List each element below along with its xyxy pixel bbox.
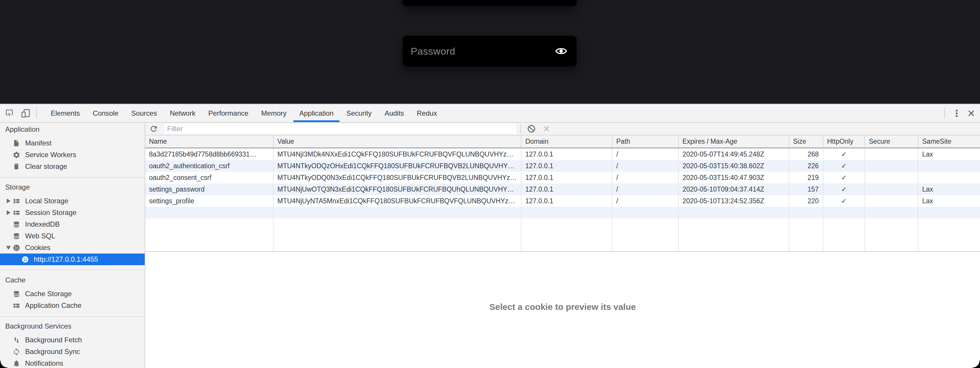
filler-cell: [612, 218, 679, 251]
tab-memory[interactable]: Memory: [255, 104, 293, 122]
sidebar-item-notifications[interactable]: Notifications: [0, 357, 145, 368]
sidebar-item-label: Web SQL: [25, 232, 56, 240]
database-icon: [12, 290, 21, 298]
chevron-down-icon[interactable]: [5, 246, 12, 250]
cell-name: settings_profile: [145, 195, 274, 207]
cell-size: 220: [789, 195, 823, 207]
cookie-row-oauth2-authentication-csrf[interactable]: oauth2_authentication_csrfMTU4NTkyODQzOH…: [145, 160, 980, 172]
cookie-row-8a3d27185b49d7758d8bb669331[interactable]: 8a3d27185b49d7758d8bb669331…MTU4NjI3MDk4…: [145, 148, 980, 160]
cookie-row-oauth2-consent-csrf[interactable]: oauth2_consent_csrfMTU4NTkyODQ0N3xEdi1CQ…: [145, 172, 980, 183]
tab-redux[interactable]: Redux: [410, 104, 443, 122]
close-icon[interactable]: [966, 108, 977, 118]
sidebar-item-cache-storage[interactable]: Cache Storage: [0, 288, 145, 300]
cell-httponly: [823, 207, 865, 218]
sidebar-divider: [0, 177, 145, 178]
cookie-icon: [21, 255, 29, 264]
sidebar-item-clear-storage[interactable]: Clear storage: [0, 161, 145, 172]
cookies-toolbar: [145, 123, 980, 136]
cell-path: /: [612, 148, 679, 160]
sidebar-item-session-storage[interactable]: Session Storage: [0, 207, 145, 218]
cell-httponly: ✓: [823, 148, 865, 160]
tab-console[interactable]: Console: [86, 104, 125, 122]
column-header-path[interactable]: Path: [612, 136, 679, 147]
chevron-right-icon[interactable]: [5, 210, 12, 215]
sidebar-item-cookies[interactable]: Cookies: [0, 242, 145, 253]
sidebar-item-application-cache[interactable]: Application Cache: [0, 300, 145, 311]
tab-security[interactable]: Security: [340, 104, 378, 122]
login-page-background: Password: [0, 0, 980, 104]
cookie-table-empty-row[interactable]: [145, 207, 980, 218]
kebab-menu-icon[interactable]: [951, 108, 962, 118]
sidebar-section-title: Cache: [0, 275, 145, 286]
password-visibility-icon[interactable]: [555, 46, 567, 56]
column-header-size[interactable]: Size: [789, 136, 823, 147]
column-header-domain[interactable]: Domain: [522, 136, 612, 147]
devtools-tabbar: ElementsConsoleSourcesNetworkPerformance…: [0, 104, 980, 123]
tab-application[interactable]: Application: [293, 104, 340, 122]
filter-input[interactable]: [164, 124, 517, 134]
sidebar-item-background-fetch[interactable]: Background Fetch: [0, 334, 145, 346]
cookie-row-settings-password[interactable]: settings_passwordMTU4NjUwOTQ3N3xEdi1CQkF…: [145, 183, 980, 195]
cell-secure: [865, 195, 918, 207]
chevron-right-icon[interactable]: [5, 198, 12, 203]
cell-name: oauth2_authentication_csrf: [145, 160, 274, 172]
cell-expires: 2020-05-10T09:04:37.414Z: [679, 183, 789, 195]
database-icon: [12, 220, 21, 229]
devtools-panel: ElementsConsoleSourcesNetworkPerformance…: [0, 104, 980, 368]
column-header-name[interactable]: Name: [145, 136, 274, 147]
cell-path: /: [612, 195, 679, 207]
sidebar-item-http-127-0-0-1-4455[interactable]: http://127.0.0.1:4455: [0, 253, 145, 265]
sidebar-item-background-sync[interactable]: Background Sync: [0, 346, 145, 357]
cell-domain: 127.0.0.1: [522, 195, 612, 207]
cell-samesite: [918, 207, 979, 218]
column-header-secure[interactable]: Secure: [865, 136, 918, 147]
sidebar-item-label: Local Storage: [25, 197, 68, 205]
filler-cell: [823, 218, 865, 251]
cell-name: settings_password: [145, 183, 274, 195]
device-toolbar-icon[interactable]: [21, 108, 31, 118]
cell-secure: [865, 148, 918, 160]
tab-elements[interactable]: Elements: [45, 104, 86, 122]
column-header-expires-max-age[interactable]: Expires / Max-Age: [679, 136, 789, 147]
cell-name: 8a3d27185b49d7758d8bb669331…: [145, 148, 274, 160]
sidebar-item-indexeddb[interactable]: IndexedDB: [0, 218, 145, 230]
inspect-element-icon[interactable]: [4, 108, 14, 118]
trash-icon: [12, 162, 21, 171]
cell-path: /: [612, 160, 679, 172]
sidebar-item-label: Service Workers: [25, 151, 76, 159]
cell-size: 268: [789, 148, 823, 160]
tab-sources[interactable]: Sources: [125, 104, 163, 122]
cell-domain: [522, 207, 612, 218]
cell-httponly: ✓: [823, 195, 865, 207]
column-header-httponly[interactable]: HttpOnly: [823, 136, 865, 147]
cell-expires: 2020-05-03T15:40:47.903Z: [679, 172, 789, 183]
sidebar-item-web-sql[interactable]: Web SQL: [0, 230, 145, 242]
filler-cell: [789, 218, 823, 251]
clear-filter-x-icon[interactable]: [542, 124, 551, 133]
tab-performance[interactable]: Performance: [202, 104, 255, 122]
sidebar-item-service-workers[interactable]: Service Workers: [0, 149, 145, 161]
filler-cell: [274, 218, 522, 251]
sync-icon: [12, 347, 21, 356]
tab-network[interactable]: Network: [163, 104, 202, 122]
tab-audits[interactable]: Audits: [378, 104, 410, 122]
cell-path: /: [612, 183, 679, 195]
sidebar-item-label: http://127.0.0.1:4455: [34, 255, 98, 264]
sidebar-item-manifest[interactable]: Manifest: [0, 137, 145, 149]
form-field-partial[interactable]: [402, 0, 577, 6]
refresh-icon[interactable]: [149, 124, 158, 133]
column-header-samesite[interactable]: SameSite: [918, 136, 979, 147]
sidebar-item-local-storage[interactable]: Local Storage: [0, 195, 145, 207]
cell-samesite: Lax: [918, 195, 979, 207]
preview-message: Select a cookie to preview its value: [489, 302, 636, 368]
cookie-row-settings-profile[interactable]: settings_profileMTU4NjUyNTA5MnxEdi1CQkFF…: [145, 195, 980, 207]
clear-all-icon[interactable]: [527, 124, 536, 133]
sidebar-item-label: Background Fetch: [25, 336, 82, 344]
cookie-icon: [12, 243, 21, 252]
password-field[interactable]: Password: [402, 36, 577, 67]
cell-value: MTU4NjUwOTQ3N3xEdi1CQkFFQ180SUFBUkFCRUFB…: [274, 183, 522, 195]
column-header-value[interactable]: Value: [274, 136, 522, 147]
cell-value: MTU4NTkyODQ0N3xEdi1CQkFFQ180SUFBUkFCRUFB…: [274, 172, 522, 183]
cell-value: MTU4NjI3MDk4NXxEdi1CQkFFQ180SUFBUkFCRUFB…: [274, 148, 522, 160]
cell-value: MTU4NjUyNTA5MnxEdi1CQkFFQ180SUFBUkFCRUFB…: [274, 195, 522, 207]
